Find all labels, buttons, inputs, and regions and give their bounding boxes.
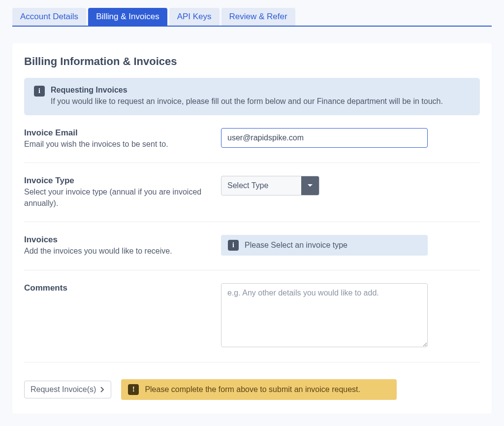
chevron-right-icon <box>100 387 105 393</box>
tab-api-keys[interactable]: API Keys <box>169 8 220 26</box>
textarea-comments[interactable] <box>221 283 428 347</box>
form-warning: ! Please complete the form above to subm… <box>121 379 397 400</box>
chevron-down-icon[interactable] <box>301 176 319 195</box>
row-comments: Comments <box>24 270 480 362</box>
row-invoices: Invoices Add the invoices you would like… <box>24 222 480 270</box>
row-invoice-type: Invoice Type Select your invoice type (a… <box>24 163 480 222</box>
select-invoice-type-value: Select Type <box>221 176 301 195</box>
alert-text: If you would like to request an invoice,… <box>51 96 470 107</box>
input-invoice-email[interactable] <box>221 128 428 148</box>
billing-card: Billing Information & Invoices i Request… <box>12 43 492 414</box>
request-invoices-button-label: Request Invoice(s) <box>31 385 96 394</box>
tab-billing-invoices[interactable]: Billing & Invoices <box>88 8 167 26</box>
invoices-info-text: Please Select an invoice type <box>245 241 347 250</box>
select-invoice-type[interactable]: Select Type <box>221 176 319 196</box>
form-actions: Request Invoice(s) ! Please complete the… <box>24 365 480 400</box>
requesting-invoices-alert: i Requesting Invoices If you would like … <box>24 78 480 115</box>
invoices-info-chip: i Please Select an invoice type <box>221 235 428 256</box>
row-invoice-email: Invoice Email Email you wish the invoice… <box>24 115 480 163</box>
label-invoices: Invoices <box>24 235 211 245</box>
info-icon: i <box>228 240 239 251</box>
info-icon: i <box>34 86 45 97</box>
request-invoices-button[interactable]: Request Invoice(s) <box>24 381 111 398</box>
page-title: Billing Information & Invoices <box>24 55 480 68</box>
help-invoice-type: Select your invoice type (annual if you … <box>24 187 211 209</box>
alert-title: Requesting Invoices <box>51 86 470 95</box>
label-invoice-type: Invoice Type <box>24 176 211 186</box>
help-invoice-email: Email you wish the invoices to be sent t… <box>24 139 211 150</box>
tab-bar: Account Details Billing & Invoices API K… <box>12 8 492 27</box>
exclamation-icon: ! <box>128 384 139 395</box>
form-warning-text: Please complete the form above to submit… <box>145 385 360 394</box>
tab-review-refer[interactable]: Review & Refer <box>221 8 295 26</box>
tab-account-details[interactable]: Account Details <box>12 8 86 26</box>
label-invoice-email: Invoice Email <box>24 128 211 138</box>
help-invoices: Add the invoices you would like to recei… <box>24 246 211 257</box>
label-comments: Comments <box>24 283 211 293</box>
